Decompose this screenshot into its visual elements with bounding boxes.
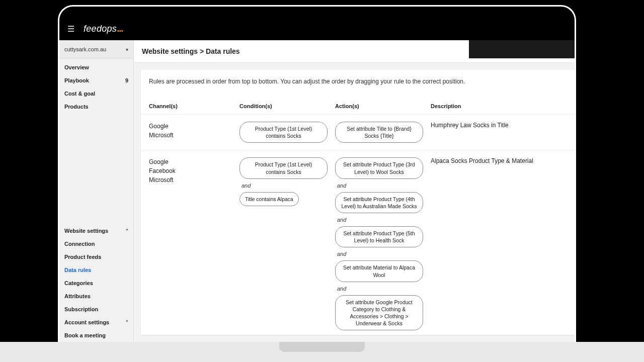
- and-label: and: [335, 182, 348, 189]
- action-pill[interactable]: Set attribute Google Product Category to…: [335, 295, 423, 331]
- nav-label: Cost & goal: [64, 90, 95, 97]
- main-content: Website settings > Data rules Rules are …: [134, 40, 575, 342]
- sidebar-item-data-rules[interactable]: Data rules: [59, 263, 133, 277]
- content-wrap: Rules are processed in order from top to…: [134, 63, 575, 342]
- nav-label: Connection: [64, 241, 95, 247]
- sidebar-item-products[interactable]: Products: [59, 100, 133, 113]
- app-body: cuttysark.com.au ▾ Overview Playbook 9 C…: [59, 40, 575, 342]
- table-header: Channel(s) Condition(s) Action(s) Descri…: [141, 99, 575, 115]
- and-label: and: [335, 250, 348, 257]
- channel: Google: [149, 157, 239, 166]
- sidebar-item-playbook[interactable]: Playbook 9: [59, 74, 133, 87]
- nav-label: Attributes: [64, 293, 91, 299]
- action-pill[interactable]: Set attribute Product Type (5th Level) t…: [335, 226, 423, 247]
- action-pill[interactable]: Set attribute Title to {Brand} Socks {Ti…: [335, 122, 423, 143]
- nav-badge: 9: [125, 77, 128, 83]
- logo: feedops...: [84, 24, 123, 34]
- site-selector-value: cuttysark.com.au: [64, 46, 106, 52]
- rules-table: Channel(s) Condition(s) Action(s) Descri…: [141, 99, 575, 335]
- table-row[interactable]: Google Microsoft Product Type (1st Level…: [141, 115, 575, 150]
- description-cell: Humphrey Law Socks in Title: [431, 122, 567, 129]
- action-pill[interactable]: Set attribute Material to Alpaca Wool: [335, 260, 423, 282]
- section-label: Account settings: [64, 319, 109, 325]
- app-root: ☰ feedops... cuttysark.com.au ▾ Overview: [59, 18, 575, 342]
- actions-cell: Set attribute Title to {Brand} Socks {Ti…: [335, 122, 431, 143]
- sidebar-item-product-feeds[interactable]: Product feeds: [59, 250, 133, 263]
- action-pill[interactable]: Set attribute Product Type (4th Level) t…: [335, 192, 423, 213]
- channels-cell: Google Microsoft: [149, 122, 239, 140]
- nav-label: Book a meeting: [64, 332, 106, 338]
- logo-dots: ...: [117, 24, 123, 34]
- chevron-down-icon: ˅: [126, 320, 128, 325]
- section-label: Website settings: [64, 228, 108, 234]
- and-label: and: [335, 216, 348, 223]
- sidebar-item-overview[interactable]: Overview: [59, 61, 133, 74]
- nav-label: Subscription: [64, 306, 98, 312]
- condition-pill[interactable]: Title contains Alpaca: [239, 192, 299, 206]
- channel: Facebook: [149, 166, 239, 175]
- channels-cell: Google Facebook Microsoft: [149, 157, 239, 185]
- col-channels: Channel(s): [149, 103, 239, 109]
- hamburger-icon[interactable]: ☰: [67, 24, 74, 34]
- condition-pill[interactable]: Product Type (1st Level) contains Socks: [239, 122, 328, 143]
- info-text: Rules are processed in order from top to…: [141, 70, 575, 99]
- logo-text: feedops: [84, 24, 117, 34]
- channel: Microsoft: [149, 175, 239, 185]
- sidebar: cuttysark.com.au ▾ Overview Playbook 9 C…: [59, 40, 134, 342]
- nav-label: Data rules: [64, 267, 91, 273]
- sidebar-item-cost-goal[interactable]: Cost & goal: [59, 87, 133, 100]
- description-cell: Alpaca Socks Product Type & Material: [431, 157, 567, 164]
- device-notch: [279, 342, 365, 352]
- conditions-cell: Product Type (1st Level) contains Socks …: [239, 157, 335, 206]
- device-frame: ☰ feedops... cuttysark.com.au ▾ Overview: [58, 5, 576, 342]
- chevron-up-icon: ˄: [126, 228, 128, 234]
- action-pill[interactable]: Set attribute Product Type (3rd Level) t…: [335, 157, 423, 178]
- and-label: and: [239, 182, 253, 189]
- sidebar-item-subscription[interactable]: Subscription: [59, 303, 133, 316]
- col-conditions: Condition(s): [239, 103, 335, 109]
- channel: Microsoft: [149, 131, 239, 140]
- table-row[interactable]: Google Facebook Microsoft Product Type (…: [141, 150, 575, 335]
- site-selector[interactable]: cuttysark.com.au ▾: [59, 40, 133, 59]
- nav-top: Overview Playbook 9 Cost & goal Products: [59, 59, 133, 113]
- col-description: Description: [431, 103, 567, 109]
- and-label: and: [335, 285, 348, 292]
- condition-pill[interactable]: Product Type (1st Level) contains Socks: [239, 157, 328, 178]
- sidebar-item-categories[interactable]: Categories: [59, 277, 133, 290]
- conditions-cell: Product Type (1st Level) contains Socks: [239, 122, 335, 143]
- nav-label: Product feeds: [64, 254, 101, 260]
- sidebar-item-connection[interactable]: Connection: [59, 237, 133, 250]
- topbar: ☰ feedops...: [59, 18, 575, 40]
- header-overlay: [469, 40, 575, 58]
- sidebar-item-attributes[interactable]: Attributes: [59, 290, 133, 303]
- sidebar-item-book-meeting[interactable]: Book a meeting: [59, 329, 133, 342]
- nav-spacer: [59, 113, 133, 224]
- rules-card: Rules are processed in order from top to…: [141, 70, 575, 335]
- actions-cell: Set attribute Product Type (3rd Level) t…: [335, 157, 431, 330]
- sidebar-section-website-settings[interactable]: Website settings ˄: [59, 224, 133, 237]
- col-actions: Action(s): [335, 103, 431, 109]
- sidebar-section-account-settings[interactable]: Account settings ˅: [59, 316, 133, 329]
- nav-label: Categories: [64, 280, 93, 286]
- nav-label: Overview: [64, 64, 89, 70]
- channel: Google: [149, 122, 239, 131]
- info-prefix: Rules are processed in order from top to…: [149, 78, 355, 85]
- nav-label: Playbook: [64, 77, 89, 83]
- chevron-down-icon: ▾: [126, 47, 128, 52]
- nav-label: Products: [64, 104, 89, 110]
- info-action: dragging your rule to the correct positi…: [355, 78, 465, 85]
